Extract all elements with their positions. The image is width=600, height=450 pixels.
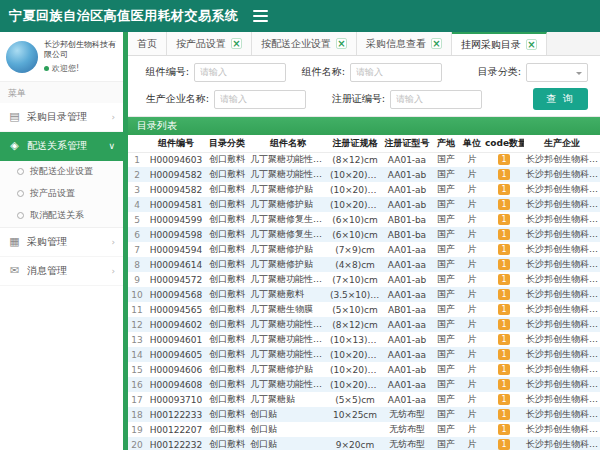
sidebar-subitem[interactable]: 取消配送关系 [0, 205, 123, 227]
cell-name: 几丁聚糖功能性修复膜 [248, 317, 328, 332]
sidebar-item-delivery-relationship[interactable]: ◈配送关系管理∨ [0, 132, 123, 161]
manufacturer-name-input[interactable] [214, 90, 306, 109]
component-name-input[interactable] [350, 63, 442, 82]
table-row: 8H00094614创口敷料几丁聚糖修护贴(4×8)cmAA01-aa国产片1长… [128, 257, 600, 272]
table-header-row: 组件编号目录分类组件名称注册证规格注册证型号产地单位code数量生产企业 [128, 135, 600, 152]
cell-name: 几丁聚糖修复生物膜 [248, 227, 328, 242]
sidebar-item-procurement-catalog[interactable]: ▤采购目录管理› [0, 103, 123, 132]
code-count-badge[interactable]: 1 [498, 214, 510, 225]
table-row: 2H00094582创口敷料几丁聚糖功能性贴膜(10×20)cmAA01-ab国… [128, 167, 600, 182]
col-header: 目录分类 [206, 135, 248, 152]
cell-name: 几丁聚糖修复生物膜 [248, 212, 328, 227]
query-button[interactable]: 查 询 [533, 88, 588, 110]
cell-no: 11 [128, 302, 146, 317]
registration-no-input[interactable] [390, 90, 482, 109]
cell-spec: (8×12)cm [328, 317, 382, 332]
code-count-badge[interactable]: 1 [498, 229, 510, 240]
cell-origin: 国产 [432, 242, 460, 257]
hamburger-menu-icon[interactable] [253, 10, 268, 22]
cell-no: 4 [128, 197, 146, 212]
close-icon[interactable]: × [231, 38, 242, 49]
cell-unit: 片 [460, 422, 484, 437]
registration-no-label: 注册证编号: [316, 92, 390, 106]
cell-no: 14 [128, 347, 146, 362]
cell-code-count: 1 [484, 377, 524, 392]
code-count-badge[interactable]: 1 [498, 274, 510, 285]
close-icon[interactable]: × [526, 39, 537, 50]
sidebar-item-label: 采购管理 [27, 235, 105, 249]
code-count-badge[interactable]: 1 [498, 319, 510, 330]
table-row: 14H00094605创口敷料几丁聚糖功能性修复膜(10×20)cmAA01-a… [128, 347, 600, 362]
cell-origin: 国产 [432, 287, 460, 302]
cell-origin: 国产 [432, 377, 460, 392]
cell-no: 9 [128, 272, 146, 287]
code-count-badge[interactable]: 1 [498, 259, 510, 270]
sidebar-item-message[interactable]: ✉消息管理› [0, 257, 123, 286]
col-header-index [128, 135, 146, 152]
col-header: 产地 [432, 135, 460, 152]
cell-no: 15 [128, 362, 146, 377]
cell-company: 长沙邦创生物科技有限公司 [524, 332, 600, 347]
code-count-badge[interactable]: 1 [498, 199, 510, 210]
code-count-badge[interactable]: 1 [498, 349, 510, 360]
cell-origin: 国产 [432, 182, 460, 197]
close-icon[interactable]: × [336, 38, 347, 49]
code-count-badge[interactable]: 1 [498, 424, 510, 435]
cell-unit: 片 [460, 182, 484, 197]
tab-home[interactable]: 首页 [128, 32, 167, 55]
tab-product-setting[interactable]: 按产品设置× [167, 32, 252, 55]
cell-unit: 片 [460, 392, 484, 407]
cell-no: 5 [128, 212, 146, 227]
cell-code: H00122207 [146, 422, 206, 437]
code-count-badge[interactable]: 1 [498, 154, 510, 165]
table-row: 4H00094581创口敷料几丁聚糖修护贴(10×20)cmAA01-ab国产片… [128, 197, 600, 212]
code-count-badge[interactable]: 1 [498, 439, 510, 450]
cell-code: H00094606 [146, 362, 206, 377]
code-count-badge[interactable]: 1 [498, 304, 510, 315]
table-row: 1H00094603创口敷料几丁聚糖功能性修复膜(8×12)cmAA01-aa国… [128, 152, 600, 167]
sidebar-subitem[interactable]: 按配送企业设置 [0, 161, 123, 183]
purchase-icon: ▦ [8, 235, 21, 248]
code-count-badge[interactable]: 1 [498, 244, 510, 255]
cell-unit: 片 [460, 287, 484, 302]
cell-code-count: 1 [484, 347, 524, 362]
cell-category: 创口敷料 [206, 227, 248, 242]
cell-spec: (7×10)cm [328, 272, 382, 287]
tab-online-catalog[interactable]: 挂网采购目录× [452, 32, 547, 55]
search-panel: 组件编号: 组件名称: 目录分类: 生产企业名称: 注册证编号: 查 询 [128, 56, 600, 116]
code-count-badge[interactable]: 1 [498, 394, 510, 405]
cell-category: 创口敷料 [206, 287, 248, 302]
sidebar-subitem[interactable]: 按产品设置 [0, 183, 123, 205]
cell-code: H00094568 [146, 287, 206, 302]
code-count-badge[interactable]: 1 [498, 169, 510, 180]
message-icon: ✉ [8, 264, 21, 277]
cell-model: AA01-aa [382, 392, 432, 407]
cell-code-count: 1 [484, 437, 524, 450]
cell-spec: (5×10)cm [328, 302, 382, 317]
cell-no: 16 [128, 377, 146, 392]
cell-company: 长沙邦创生物科技有限公司 [524, 347, 600, 362]
code-count-badge[interactable]: 1 [498, 379, 510, 390]
code-count-badge[interactable]: 1 [498, 409, 510, 420]
code-count-badge[interactable]: 1 [498, 334, 510, 345]
chevron-right-icon: › [111, 266, 115, 276]
cell-spec: (3.5×10)cm [328, 287, 382, 302]
table-row: 16H00094608创口敷料几丁聚糖功能性修复膜(10×20)cmAA01-a… [128, 377, 600, 392]
tab-procurement-info[interactable]: 采购信息查看× [357, 32, 452, 55]
cell-origin: 国产 [432, 422, 460, 437]
sidebar-item-procurement[interactable]: ▦采购管理› [0, 228, 123, 257]
code-count-badge[interactable]: 1 [498, 364, 510, 375]
code-count-badge[interactable]: 1 [498, 184, 510, 195]
cell-code-count: 1 [484, 167, 524, 182]
cell-spec: (5×5)cm [328, 392, 382, 407]
tab-delivery-company-setting[interactable]: 按配送企业设置× [252, 32, 357, 55]
cell-category: 创口敷料 [206, 242, 248, 257]
cell-origin: 国产 [432, 197, 460, 212]
close-icon[interactable]: × [431, 38, 442, 49]
tab-label: 首页 [137, 37, 157, 51]
user-panel: 长沙邦创生物科技有限公司 欢迎您! [0, 32, 123, 82]
component-code-input[interactable] [194, 63, 286, 82]
code-count-badge[interactable]: 1 [498, 289, 510, 300]
cell-name: 几丁聚糖修护贴 [248, 197, 328, 212]
catalog-category-select[interactable] [526, 63, 588, 82]
